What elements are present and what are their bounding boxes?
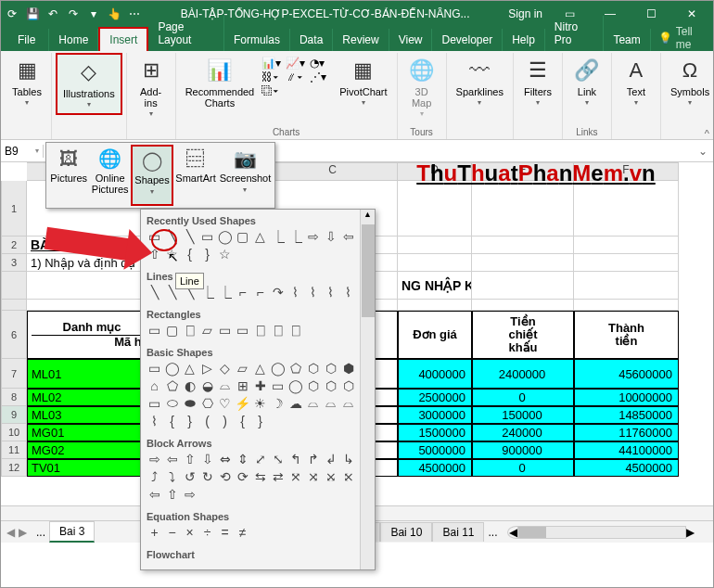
ribbon: ▦Tables▾ ◇Illustrations▾ ⊞Add- ins▾ 📊Rec… <box>1 51 713 140</box>
tab-team[interactable]: Team <box>604 29 650 51</box>
pie-chart-icon[interactable]: ◔▾ <box>310 57 332 70</box>
online-pictures-button[interactable]: 🌐Online Pictures <box>89 145 130 206</box>
tab-page-layout[interactable]: Page Layout <box>148 16 224 51</box>
tab-data[interactable]: Data <box>290 29 333 51</box>
tab-developer[interactable]: Developer <box>432 29 503 51</box>
filters-button[interactable]: ☰Filters▾ <box>517 53 558 111</box>
smartart-button[interactable]: ⿳SmartArt <box>173 145 218 206</box>
tell-me[interactable]: 💡Tell me <box>651 25 713 51</box>
gallery-rect-shapes[interactable]: ▭▢⎕▱▭▭⎕⎕⎕ <box>147 322 369 338</box>
filter-icon: ☰ <box>524 57 552 84</box>
scroll-left-icon[interactable]: ◀ <box>509 526 517 539</box>
gallery-basic-head: Basic Shapes <box>147 343 369 360</box>
illustrations-button[interactable]: ◇Illustrations▾ <box>56 53 122 115</box>
illustrations-palette: 🖼Pictures 🌐Online Pictures ◯Shapes▾ ⿳Sma… <box>45 142 275 209</box>
horizontal-scrollbar[interactable]: ◀▶ <box>509 525 695 540</box>
tab-file[interactable]: File <box>5 29 49 51</box>
sheet-tab-10[interactable]: Bai 10 <box>380 522 432 542</box>
screenshot-button[interactable]: 📷Screenshot▾ <box>218 145 273 206</box>
gallery-recent-shapes[interactable]: ▭╲╲▭◯▢△⎿⎿⇨⇩⇦ ⇧☆{}☆ <box>147 228 369 262</box>
title-bar: ⟳ 💾 ↶ ↷ ▾ 👆 ⋯ BÀI-TẬP-TỔNG-HỢP-EXCEL-TỪ-… <box>1 1 713 27</box>
3dmap-button[interactable]: 🌐3D Map▾ <box>402 53 442 122</box>
sparklines-button[interactable]: 〰Sparklines▾ <box>451 53 509 111</box>
pivotchart-button[interactable]: ▦PivotChart▾ <box>334 53 392 112</box>
sheet-next-icon[interactable]: ▶ <box>19 526 27 539</box>
addins-button[interactable]: ⊞Add- ins▾ <box>131 53 172 122</box>
online-pictures-icon: 🌐 <box>98 147 122 171</box>
group-links: Links <box>576 125 597 139</box>
save-icon[interactable]: 💾 <box>25 6 40 21</box>
tab-formulas[interactable]: Formulas <box>224 29 290 51</box>
gallery-scrollbar[interactable]: ▲ <box>360 210 375 569</box>
undo-icon[interactable]: ↶ <box>45 6 60 21</box>
redo-icon[interactable]: ↷ <box>66 6 81 21</box>
qat-more-icon[interactable]: ⋯ <box>127 6 142 21</box>
text-icon: A <box>622 57 650 84</box>
gallery-flow-head: Flowchart <box>147 545 369 562</box>
shape-tooltip: Line <box>175 273 204 289</box>
gallery-recent-head: Recently Used Shapes <box>147 211 369 228</box>
tab-help[interactable]: Help <box>503 29 545 51</box>
group-tours: Tours <box>410 125 432 139</box>
sheet-more-right[interactable]: ... <box>484 523 501 542</box>
pictures-icon: 🖼 <box>57 147 81 171</box>
scatter-chart-icon[interactable]: ⋰▾ <box>310 70 332 83</box>
name-box[interactable]: B9▾ <box>1 145 44 158</box>
shapes-button[interactable]: ◯Shapes▾ <box>131 145 173 206</box>
illustrations-icon: ◇ <box>75 58 103 86</box>
bulb-icon: 💡 <box>658 32 672 45</box>
combo-chart-icon[interactable]: ⿻▾ <box>261 84 284 97</box>
collapse-ribbon-icon[interactable]: ^ <box>705 128 709 139</box>
text-button[interactable]: AText▾ <box>616 53 657 111</box>
link-button[interactable]: 🔗Link▾ <box>567 53 607 111</box>
chart-icon: 📊 <box>206 57 234 84</box>
maximize-icon[interactable]: ☐ <box>637 4 665 24</box>
sheet-tab-active[interactable]: Bai 3 <box>49 521 95 543</box>
tab-insert[interactable]: Insert <box>98 27 148 53</box>
screenshot-icon: 📷 <box>233 147 257 171</box>
gallery-block-shapes[interactable]: ⇨⇦⇧⇩⇔⇕⤢⤡↰↱↲↳ ⤴⤵↺↻⟲⟳⇆⇄⤧⤨⤩⤪ ⇦⇧⇨ <box>147 451 369 502</box>
watermark: ThuThuatPhanMem.vn <box>374 162 698 186</box>
tables-button[interactable]: ▦Tables▾ <box>6 53 47 111</box>
annotation-circle <box>151 229 177 251</box>
sheet-more-left[interactable]: ... <box>32 523 49 542</box>
scroll-right-icon[interactable]: ▶ <box>686 526 695 539</box>
map-icon: 🌐 <box>408 57 436 84</box>
cursor-icon: ↖ <box>168 249 179 264</box>
sparkline-icon: 〰 <box>465 57 493 84</box>
link-icon: 🔗 <box>573 57 601 84</box>
sheet-prev-icon[interactable]: ◀ <box>6 526 15 539</box>
addins-icon: ⊞ <box>137 57 165 84</box>
signin-link[interactable]: Sign in <box>508 7 542 20</box>
symbol-icon: Ω <box>676 57 704 84</box>
scroll-up-icon[interactable]: ▲ <box>361 210 375 219</box>
hier-chart-icon[interactable]: ⛓▾ <box>261 70 284 83</box>
gallery-basic-shapes[interactable]: ▭◯△▷◇▱△◯⬠⬡⬡⬢ ⌂⬠◐◒⌓⊞✚▭◯⬡⬡⬡ ▭⬭⬬⎔♡⚡☀☽☁⌓⌓⌓ ⌇… <box>147 360 369 428</box>
formula-expand-icon[interactable]: ⌄ <box>698 145 713 158</box>
touch-icon[interactable]: 👆 <box>107 6 121 21</box>
pivot-icon: ▦ <box>350 57 377 84</box>
autosave-icon[interactable]: ⟳ <box>5 6 19 21</box>
shapes-icon: ◯ <box>140 148 164 173</box>
table-icon: ▦ <box>13 57 41 84</box>
gallery-eq-shapes[interactable]: +−×÷=≠ <box>147 524 369 540</box>
recommended-charts-button[interactable]: 📊Recommended Charts <box>180 53 261 112</box>
tab-home[interactable]: Home <box>49 29 98 51</box>
tab-view[interactable]: View <box>389 29 433 51</box>
sheet-tab-11[interactable]: Bai 11 <box>432 522 484 542</box>
gallery-eq-head: Equation Shapes <box>147 507 369 524</box>
gallery-rect-head: Rectangles <box>147 305 369 322</box>
line-chart-icon[interactable]: 📈▾ <box>286 57 308 70</box>
customize-icon[interactable]: ▾ <box>86 6 101 21</box>
ribbon-tabs: File Home Insert Page Layout Formulas Da… <box>1 27 713 51</box>
bar-chart-icon[interactable]: 📊▾ <box>261 57 284 70</box>
tab-review[interactable]: Review <box>333 29 389 51</box>
symbols-button[interactable]: ΩSymbols▾ <box>665 53 714 111</box>
gallery-block-head: Block Arrows <box>147 434 369 451</box>
stat-chart-icon[interactable]: ⫽▾ <box>286 70 308 83</box>
tab-nitro[interactable]: Nitro Pro <box>545 16 605 51</box>
group-charts: Charts <box>273 125 300 139</box>
smartart-icon: ⿳ <box>184 147 208 171</box>
pictures-button[interactable]: 🖼Pictures <box>48 145 89 206</box>
close-icon[interactable]: ✕ <box>678 4 706 24</box>
